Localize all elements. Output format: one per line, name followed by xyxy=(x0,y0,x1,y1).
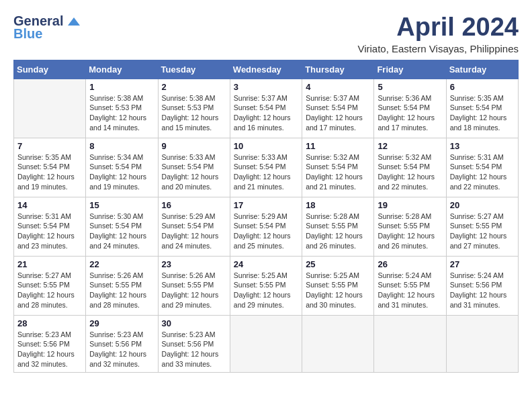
day-info: Sunrise: 5:32 AMSunset: 5:54 PMDaylight:… xyxy=(306,152,370,192)
weekday-header-sunday: Sunday xyxy=(14,60,86,79)
week-row-5: 28Sunrise: 5:23 AMSunset: 5:56 PMDayligh… xyxy=(14,315,519,372)
location-subtitle: Viriato, Eastern Visayas, Philippines xyxy=(357,43,519,54)
day-number: 19 xyxy=(378,200,442,210)
weekday-header-tuesday: Tuesday xyxy=(158,60,230,79)
day-number: 3 xyxy=(234,82,298,92)
week-row-4: 21Sunrise: 5:27 AMSunset: 5:55 PMDayligh… xyxy=(14,256,519,315)
calendar-cell: 8Sunrise: 5:34 AMSunset: 5:54 PMDaylight… xyxy=(86,138,158,197)
day-number: 21 xyxy=(17,259,82,269)
calendar-cell xyxy=(374,315,446,372)
day-info: Sunrise: 5:37 AMSunset: 5:54 PMDaylight:… xyxy=(234,93,298,133)
day-info: Sunrise: 5:37 AMSunset: 5:54 PMDaylight:… xyxy=(306,93,370,133)
day-info: Sunrise: 5:27 AMSunset: 5:55 PMDaylight:… xyxy=(17,271,82,310)
day-number: 16 xyxy=(162,200,226,210)
weekday-header-monday: Monday xyxy=(86,60,158,79)
day-number: 13 xyxy=(450,141,515,151)
week-row-3: 14Sunrise: 5:31 AMSunset: 5:54 PMDayligh… xyxy=(14,197,519,256)
calendar-cell: 22Sunrise: 5:26 AMSunset: 5:55 PMDayligh… xyxy=(86,256,158,315)
day-number: 17 xyxy=(234,200,298,210)
week-row-1: 1Sunrise: 5:38 AMSunset: 5:53 PMDaylight… xyxy=(14,79,519,138)
day-info: Sunrise: 5:33 AMSunset: 5:54 PMDaylight:… xyxy=(162,152,226,192)
day-number: 7 xyxy=(17,141,82,151)
calendar-cell: 1Sunrise: 5:38 AMSunset: 5:53 PMDaylight… xyxy=(86,79,158,138)
day-info: Sunrise: 5:36 AMSunset: 5:54 PMDaylight:… xyxy=(378,93,442,133)
day-number: 9 xyxy=(162,141,226,151)
logo: General Blue xyxy=(13,13,81,42)
calendar-cell: 9Sunrise: 5:33 AMSunset: 5:54 PMDaylight… xyxy=(158,138,230,197)
calendar-cell: 27Sunrise: 5:24 AMSunset: 5:56 PMDayligh… xyxy=(446,256,518,315)
title-block: April 2024 Viriato, Eastern Visayas, Phi… xyxy=(357,13,519,54)
day-number: 28 xyxy=(17,318,82,328)
day-info: Sunrise: 5:23 AMSunset: 5:56 PMDaylight:… xyxy=(89,330,154,369)
calendar-cell: 5Sunrise: 5:36 AMSunset: 5:54 PMDaylight… xyxy=(374,79,446,138)
calendar-cell: 19Sunrise: 5:28 AMSunset: 5:55 PMDayligh… xyxy=(374,197,446,256)
day-number: 6 xyxy=(450,82,515,92)
calendar-cell: 21Sunrise: 5:27 AMSunset: 5:55 PMDayligh… xyxy=(14,256,86,315)
day-number: 29 xyxy=(89,318,154,328)
day-number: 24 xyxy=(234,259,298,269)
calendar-table: SundayMondayTuesdayWednesdayThursdayFrid… xyxy=(13,60,519,373)
calendar-cell: 2Sunrise: 5:38 AMSunset: 5:53 PMDaylight… xyxy=(158,79,230,138)
day-info: Sunrise: 5:26 AMSunset: 5:55 PMDaylight:… xyxy=(89,271,154,310)
calendar-cell xyxy=(230,315,302,372)
day-info: Sunrise: 5:24 AMSunset: 5:56 PMDaylight:… xyxy=(450,271,515,310)
calendar-cell: 3Sunrise: 5:37 AMSunset: 5:54 PMDaylight… xyxy=(230,79,302,138)
day-number: 25 xyxy=(306,259,370,269)
calendar-cell: 11Sunrise: 5:32 AMSunset: 5:54 PMDayligh… xyxy=(302,138,374,197)
day-info: Sunrise: 5:25 AMSunset: 5:55 PMDaylight:… xyxy=(306,271,370,310)
weekday-header-thursday: Thursday xyxy=(302,60,374,79)
day-info: Sunrise: 5:27 AMSunset: 5:55 PMDaylight:… xyxy=(450,212,515,251)
calendar-cell: 24Sunrise: 5:25 AMSunset: 5:55 PMDayligh… xyxy=(230,256,302,315)
weekday-header-wednesday: Wednesday xyxy=(230,60,302,79)
day-number: 2 xyxy=(162,82,226,92)
calendar-cell: 30Sunrise: 5:23 AMSunset: 5:56 PMDayligh… xyxy=(158,315,230,372)
weekday-header-row: SundayMondayTuesdayWednesdayThursdayFrid… xyxy=(14,60,519,79)
calendar-cell: 17Sunrise: 5:29 AMSunset: 5:54 PMDayligh… xyxy=(230,197,302,256)
day-number: 4 xyxy=(306,82,370,92)
day-info: Sunrise: 5:24 AMSunset: 5:55 PMDaylight:… xyxy=(378,271,442,310)
svg-marker-0 xyxy=(68,17,80,26)
calendar-cell xyxy=(14,79,86,138)
day-number: 30 xyxy=(162,318,226,328)
calendar-cell: 20Sunrise: 5:27 AMSunset: 5:55 PMDayligh… xyxy=(446,197,518,256)
day-number: 27 xyxy=(450,259,515,269)
calendar-cell: 10Sunrise: 5:33 AMSunset: 5:54 PMDayligh… xyxy=(230,138,302,197)
calendar-cell: 14Sunrise: 5:31 AMSunset: 5:54 PMDayligh… xyxy=(14,197,86,256)
day-number: 5 xyxy=(378,82,442,92)
calendar-cell: 4Sunrise: 5:37 AMSunset: 5:54 PMDaylight… xyxy=(302,79,374,138)
calendar-cell xyxy=(446,315,518,372)
day-info: Sunrise: 5:26 AMSunset: 5:55 PMDaylight:… xyxy=(162,271,226,310)
calendar-cell: 28Sunrise: 5:23 AMSunset: 5:56 PMDayligh… xyxy=(14,315,86,372)
page-header: General Blue April 2024 Viriato, Eastern… xyxy=(13,13,519,54)
day-info: Sunrise: 5:34 AMSunset: 5:54 PMDaylight:… xyxy=(89,152,154,192)
day-info: Sunrise: 5:32 AMSunset: 5:54 PMDaylight:… xyxy=(378,152,442,192)
month-title: April 2024 xyxy=(357,13,519,42)
calendar-cell: 12Sunrise: 5:32 AMSunset: 5:54 PMDayligh… xyxy=(374,138,446,197)
weekday-header-saturday: Saturday xyxy=(446,60,518,79)
day-info: Sunrise: 5:30 AMSunset: 5:54 PMDaylight:… xyxy=(89,212,154,251)
day-info: Sunrise: 5:28 AMSunset: 5:55 PMDaylight:… xyxy=(306,212,370,251)
week-row-2: 7Sunrise: 5:35 AMSunset: 5:54 PMDaylight… xyxy=(14,138,519,197)
day-number: 23 xyxy=(162,259,226,269)
day-info: Sunrise: 5:31 AMSunset: 5:54 PMDaylight:… xyxy=(450,152,515,192)
calendar-cell: 13Sunrise: 5:31 AMSunset: 5:54 PMDayligh… xyxy=(446,138,518,197)
calendar-cell: 15Sunrise: 5:30 AMSunset: 5:54 PMDayligh… xyxy=(86,197,158,256)
day-number: 22 xyxy=(89,259,154,269)
day-info: Sunrise: 5:25 AMSunset: 5:55 PMDaylight:… xyxy=(234,271,298,310)
calendar-cell: 25Sunrise: 5:25 AMSunset: 5:55 PMDayligh… xyxy=(302,256,374,315)
day-number: 14 xyxy=(17,200,82,210)
day-info: Sunrise: 5:23 AMSunset: 5:56 PMDaylight:… xyxy=(162,330,226,369)
day-info: Sunrise: 5:35 AMSunset: 5:54 PMDaylight:… xyxy=(17,152,82,192)
day-number: 12 xyxy=(378,141,442,151)
calendar-cell: 29Sunrise: 5:23 AMSunset: 5:56 PMDayligh… xyxy=(86,315,158,372)
calendar-cell: 18Sunrise: 5:28 AMSunset: 5:55 PMDayligh… xyxy=(302,197,374,256)
day-number: 20 xyxy=(450,200,515,210)
calendar-cell: 26Sunrise: 5:24 AMSunset: 5:55 PMDayligh… xyxy=(374,256,446,315)
day-number: 11 xyxy=(306,141,370,151)
day-info: Sunrise: 5:35 AMSunset: 5:54 PMDaylight:… xyxy=(450,93,515,133)
calendar-cell: 6Sunrise: 5:35 AMSunset: 5:54 PMDaylight… xyxy=(446,79,518,138)
day-info: Sunrise: 5:33 AMSunset: 5:54 PMDaylight:… xyxy=(234,152,298,192)
calendar-cell: 7Sunrise: 5:35 AMSunset: 5:54 PMDaylight… xyxy=(14,138,86,197)
day-info: Sunrise: 5:23 AMSunset: 5:56 PMDaylight:… xyxy=(17,330,82,369)
day-number: 18 xyxy=(306,200,370,210)
